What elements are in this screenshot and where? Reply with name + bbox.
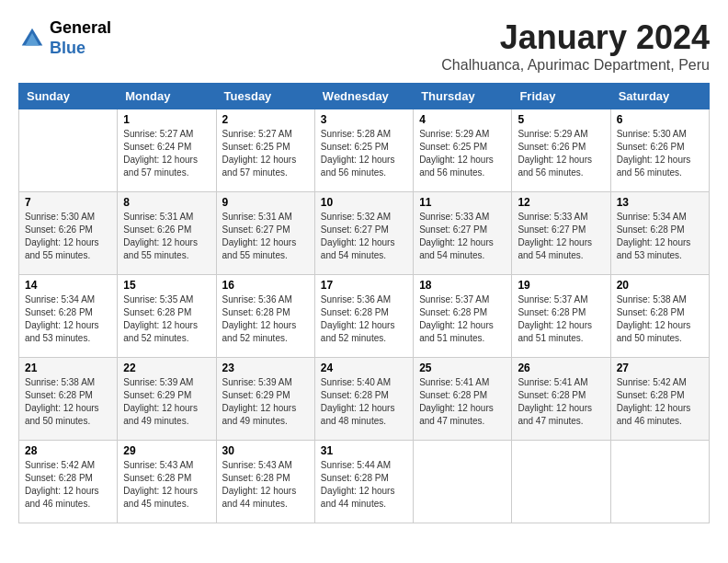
weekday-header-thursday: Thursday xyxy=(414,84,512,109)
location-title: Chalhuanca, Apurimac Department, Peru xyxy=(441,57,710,74)
day-number: 9 xyxy=(222,196,309,209)
day-info: Sunrise: 5:39 AMSunset: 6:29 PMDaylight:… xyxy=(123,376,210,428)
calendar-cell: 9Sunrise: 5:31 AMSunset: 6:27 PMDaylight… xyxy=(216,192,314,275)
day-number: 26 xyxy=(518,362,604,374)
day-number: 2 xyxy=(222,113,309,126)
day-info: Sunrise: 5:42 AMSunset: 6:28 PMDaylight:… xyxy=(617,376,703,428)
day-number: 8 xyxy=(123,196,210,209)
logo-text-blue: Blue xyxy=(50,39,111,59)
calendar-cell: 13Sunrise: 5:34 AMSunset: 6:28 PMDayligh… xyxy=(610,192,709,275)
day-info: Sunrise: 5:40 AMSunset: 6:28 PMDaylight:… xyxy=(321,376,407,428)
day-info: Sunrise: 5:31 AMSunset: 6:26 PMDaylight:… xyxy=(123,211,210,262)
calendar-cell: 8Sunrise: 5:31 AMSunset: 6:26 PMDaylight… xyxy=(118,192,216,275)
weekday-header-saturday: Saturday xyxy=(610,84,709,109)
day-info: Sunrise: 5:28 AMSunset: 6:25 PMDaylight:… xyxy=(321,128,407,179)
day-info: Sunrise: 5:43 AMSunset: 6:28 PMDaylight:… xyxy=(222,459,309,511)
logo: General Blue xyxy=(18,18,111,58)
day-info: Sunrise: 5:37 AMSunset: 6:28 PMDaylight:… xyxy=(518,293,604,345)
day-number: 18 xyxy=(419,279,506,292)
calendar-week-row: 21Sunrise: 5:38 AMSunset: 6:28 PMDayligh… xyxy=(19,358,710,441)
calendar-cell xyxy=(19,109,118,192)
calendar-cell: 26Sunrise: 5:41 AMSunset: 6:28 PMDayligh… xyxy=(512,358,610,441)
calendar-cell: 11Sunrise: 5:33 AMSunset: 6:27 PMDayligh… xyxy=(414,192,512,275)
day-info: Sunrise: 5:30 AMSunset: 6:26 PMDaylight:… xyxy=(25,211,111,262)
calendar-cell: 2Sunrise: 5:27 AMSunset: 6:25 PMDaylight… xyxy=(216,109,314,192)
calendar-cell: 1Sunrise: 5:27 AMSunset: 6:24 PMDaylight… xyxy=(118,109,216,192)
day-number: 25 xyxy=(419,362,506,374)
calendar-cell: 21Sunrise: 5:38 AMSunset: 6:28 PMDayligh… xyxy=(19,358,118,441)
day-number: 29 xyxy=(123,444,210,457)
day-info: Sunrise: 5:38 AMSunset: 6:28 PMDaylight:… xyxy=(617,293,703,345)
month-title: January 2024 xyxy=(441,18,710,57)
day-number: 22 xyxy=(123,362,210,374)
day-number: 10 xyxy=(321,196,407,209)
calendar-cell: 15Sunrise: 5:35 AMSunset: 6:28 PMDayligh… xyxy=(118,275,216,358)
calendar-cell: 28Sunrise: 5:42 AMSunset: 6:28 PMDayligh… xyxy=(19,441,118,523)
calendar-week-row: 14Sunrise: 5:34 AMSunset: 6:28 PMDayligh… xyxy=(19,275,710,358)
calendar-cell: 22Sunrise: 5:39 AMSunset: 6:29 PMDayligh… xyxy=(118,358,216,441)
day-number: 31 xyxy=(321,444,407,457)
day-info: Sunrise: 5:36 AMSunset: 6:28 PMDaylight:… xyxy=(222,293,309,345)
weekday-header-monday: Monday xyxy=(118,84,216,109)
day-info: Sunrise: 5:42 AMSunset: 6:28 PMDaylight:… xyxy=(25,459,111,511)
day-number: 12 xyxy=(518,196,604,209)
day-info: Sunrise: 5:29 AMSunset: 6:25 PMDaylight:… xyxy=(419,128,506,179)
day-info: Sunrise: 5:39 AMSunset: 6:29 PMDaylight:… xyxy=(222,376,309,428)
day-info: Sunrise: 5:43 AMSunset: 6:28 PMDaylight:… xyxy=(123,459,210,511)
day-number: 11 xyxy=(419,196,506,209)
calendar-cell: 16Sunrise: 5:36 AMSunset: 6:28 PMDayligh… xyxy=(216,275,314,358)
day-info: Sunrise: 5:33 AMSunset: 6:27 PMDaylight:… xyxy=(518,211,604,262)
calendar-cell xyxy=(414,441,512,523)
day-number: 19 xyxy=(518,279,604,292)
day-number: 13 xyxy=(617,196,703,209)
day-number: 15 xyxy=(123,279,210,292)
calendar-cell: 4Sunrise: 5:29 AMSunset: 6:25 PMDaylight… xyxy=(414,109,512,192)
day-info: Sunrise: 5:27 AMSunset: 6:25 PMDaylight:… xyxy=(222,128,309,179)
day-number: 27 xyxy=(617,362,703,374)
day-number: 28 xyxy=(25,444,111,457)
day-number: 30 xyxy=(222,444,309,457)
day-number: 24 xyxy=(321,362,407,374)
calendar-cell: 25Sunrise: 5:41 AMSunset: 6:28 PMDayligh… xyxy=(414,358,512,441)
calendar-cell: 23Sunrise: 5:39 AMSunset: 6:29 PMDayligh… xyxy=(216,358,314,441)
calendar-table: SundayMondayTuesdayWednesdayThursdayFrid… xyxy=(18,83,710,523)
day-number: 3 xyxy=(321,113,407,126)
day-info: Sunrise: 5:35 AMSunset: 6:28 PMDaylight:… xyxy=(123,293,210,345)
calendar-cell: 5Sunrise: 5:29 AMSunset: 6:26 PMDaylight… xyxy=(512,109,610,192)
calendar-week-row: 1Sunrise: 5:27 AMSunset: 6:24 PMDaylight… xyxy=(19,109,710,192)
day-number: 23 xyxy=(222,362,309,374)
calendar-cell: 29Sunrise: 5:43 AMSunset: 6:28 PMDayligh… xyxy=(118,441,216,523)
calendar-cell: 7Sunrise: 5:30 AMSunset: 6:26 PMDaylight… xyxy=(19,192,118,275)
day-info: Sunrise: 5:31 AMSunset: 6:27 PMDaylight:… xyxy=(222,211,309,262)
calendar-cell: 14Sunrise: 5:34 AMSunset: 6:28 PMDayligh… xyxy=(19,275,118,358)
title-area: January 2024 Chalhuanca, Apurimac Depart… xyxy=(441,18,710,74)
calendar-cell: 30Sunrise: 5:43 AMSunset: 6:28 PMDayligh… xyxy=(216,441,314,523)
day-info: Sunrise: 5:41 AMSunset: 6:28 PMDaylight:… xyxy=(518,376,604,428)
day-number: 6 xyxy=(617,113,703,126)
day-number: 5 xyxy=(518,113,604,126)
day-info: Sunrise: 5:32 AMSunset: 6:27 PMDaylight:… xyxy=(321,211,407,262)
logo-icon xyxy=(18,25,46,52)
calendar-cell: 3Sunrise: 5:28 AMSunset: 6:25 PMDaylight… xyxy=(314,109,413,192)
day-number: 16 xyxy=(222,279,309,292)
calendar-cell: 20Sunrise: 5:38 AMSunset: 6:28 PMDayligh… xyxy=(610,275,709,358)
day-info: Sunrise: 5:41 AMSunset: 6:28 PMDaylight:… xyxy=(419,376,506,428)
day-info: Sunrise: 5:34 AMSunset: 6:28 PMDaylight:… xyxy=(617,211,703,262)
calendar-cell: 12Sunrise: 5:33 AMSunset: 6:27 PMDayligh… xyxy=(512,192,610,275)
weekday-header-sunday: Sunday xyxy=(19,84,118,109)
day-info: Sunrise: 5:29 AMSunset: 6:26 PMDaylight:… xyxy=(518,128,604,179)
calendar-cell: 27Sunrise: 5:42 AMSunset: 6:28 PMDayligh… xyxy=(610,358,709,441)
calendar-cell: 17Sunrise: 5:36 AMSunset: 6:28 PMDayligh… xyxy=(314,275,413,358)
day-number: 1 xyxy=(123,113,210,126)
day-number: 14 xyxy=(25,279,111,292)
day-number: 17 xyxy=(321,279,407,292)
day-info: Sunrise: 5:44 AMSunset: 6:28 PMDaylight:… xyxy=(321,459,407,511)
calendar-cell: 31Sunrise: 5:44 AMSunset: 6:28 PMDayligh… xyxy=(314,441,413,523)
logo-text-general: General xyxy=(50,18,111,39)
calendar-week-row: 7Sunrise: 5:30 AMSunset: 6:26 PMDaylight… xyxy=(19,192,710,275)
day-info: Sunrise: 5:30 AMSunset: 6:26 PMDaylight:… xyxy=(617,128,703,179)
calendar-cell xyxy=(512,441,610,523)
calendar-cell: 18Sunrise: 5:37 AMSunset: 6:28 PMDayligh… xyxy=(414,275,512,358)
header: General Blue January 2024 Chalhuanca, Ap… xyxy=(18,18,710,74)
calendar-cell: 6Sunrise: 5:30 AMSunset: 6:26 PMDaylight… xyxy=(610,109,709,192)
